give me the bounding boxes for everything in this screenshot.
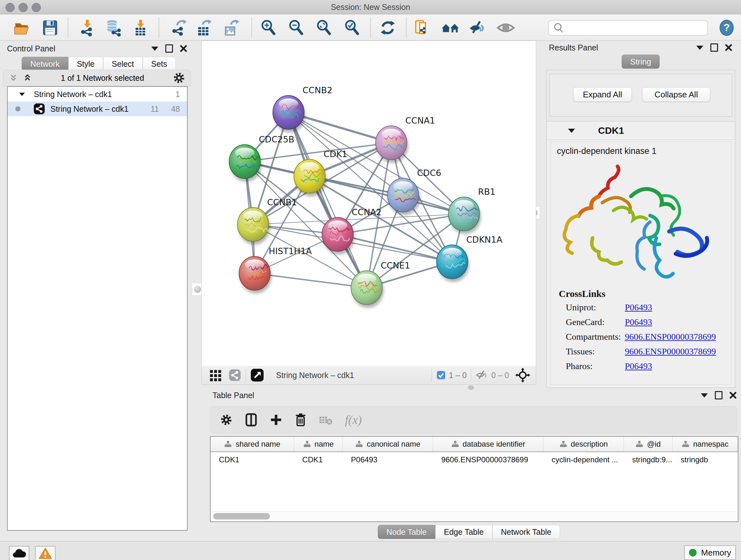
- table-row[interactable]: CDK1CDK1P064939606.ENSP00000378699cyclin…: [211, 452, 738, 468]
- network-view-icon[interactable]: [228, 369, 241, 381]
- import-network-icon: [78, 19, 96, 37]
- zoom-fit-button[interactable]: [315, 18, 333, 37]
- zoom-selected-icon: [343, 19, 361, 37]
- warning-status-button[interactable]: [35, 546, 56, 560]
- float-panel-icon[interactable]: [711, 44, 718, 52]
- zoom-selected-button[interactable]: [343, 18, 361, 37]
- export-image-button[interactable]: [222, 18, 241, 37]
- scrollbar-thumb[interactable]: [213, 513, 270, 519]
- collapse-panel-icon[interactable]: [151, 47, 158, 51]
- column-header-description[interactable]: description: [543, 437, 623, 452]
- tab-select[interactable]: Select: [103, 57, 142, 71]
- table-cell[interactable]: cyclin-dependent ...: [543, 452, 623, 468]
- gear-icon[interactable]: [220, 414, 232, 426]
- tab-string[interactable]: String: [622, 55, 660, 69]
- cloud-status-button[interactable]: [9, 546, 29, 560]
- node-CDC6[interactable]: [387, 178, 420, 215]
- close-panel-icon[interactable]: [725, 44, 732, 51]
- export-network-button[interactable]: [170, 18, 188, 37]
- memory-button[interactable]: Memory: [684, 545, 736, 560]
- column-header-canonical-name[interactable]: canonical name: [343, 437, 433, 452]
- add-column-icon[interactable]: [270, 414, 282, 426]
- open-session-button[interactable]: [13, 18, 31, 37]
- node-CCNA1[interactable]: [376, 126, 408, 163]
- crosshair-icon[interactable]: [515, 368, 530, 382]
- tab-style[interactable]: Style: [68, 57, 104, 71]
- collapse-panel-icon[interactable]: [701, 393, 708, 397]
- network-row[interactable]: String Network – cdk1 11 48: [8, 102, 187, 116]
- selected-checkbox-icon[interactable]: [436, 370, 446, 380]
- zoom-out-button[interactable]: [287, 18, 306, 37]
- delete-column-icon[interactable]: [294, 413, 307, 427]
- tab-sets[interactable]: Sets: [143, 57, 176, 71]
- tab-node-table[interactable]: Node Table: [378, 525, 435, 539]
- show-columns-icon[interactable]: [245, 413, 258, 427]
- column-header-namespac[interactable]: namespac: [672, 437, 738, 452]
- collapse-all-button[interactable]: Collapse All: [642, 87, 711, 102]
- status-bar: Memory: [0, 541, 741, 560]
- help-button[interactable]: ?: [718, 18, 736, 37]
- node-CCNE1[interactable]: [351, 271, 384, 308]
- float-panel-icon[interactable]: [165, 44, 173, 53]
- column-header-name[interactable]: name: [294, 437, 343, 452]
- gene-expander-icon[interactable]: [568, 129, 575, 133]
- network-collection-row[interactable]: String Network – cdk1 1: [8, 87, 187, 102]
- close-panel-icon[interactable]: [730, 392, 737, 399]
- network-view-canvas[interactable]: CCNB2CCNA1CDC25BCDK1CDC6RB1CCNB1CCNA2CDK…: [201, 41, 536, 366]
- table-cell[interactable]: 9606.ENSP00000378699: [433, 452, 543, 468]
- clone-network-button[interactable]: [413, 18, 431, 37]
- gear-icon[interactable]: [173, 71, 185, 84]
- column-header--id[interactable]: @id: [624, 437, 672, 452]
- birds-eye-view-icon[interactable]: [251, 368, 264, 382]
- tab-edge-table[interactable]: Edge Table: [435, 525, 492, 539]
- search-input[interactable]: [566, 21, 708, 35]
- node-HIST1H1A[interactable]: [239, 256, 272, 294]
- node-CDKN1A[interactable]: [436, 245, 469, 282]
- export-table-icon: [195, 19, 213, 37]
- node-RB1[interactable]: [448, 197, 481, 234]
- crosslink-compartments[interactable]: 9606.ENSP00000378699: [625, 332, 716, 342]
- close-panel-icon[interactable]: [180, 45, 187, 52]
- table-cell[interactable]: stringdb: [672, 452, 738, 468]
- expand-all-button[interactable]: Expand All: [573, 87, 632, 102]
- gene-result-header[interactable]: CDK1: [547, 122, 735, 140]
- table-cell[interactable]: P06493: [343, 452, 433, 468]
- grid-view-icon[interactable]: [209, 369, 222, 381]
- crosslink-tissues[interactable]: 9606.ENSP00000378699: [625, 347, 716, 357]
- home-button[interactable]: [441, 18, 460, 37]
- export-table-button[interactable]: [195, 18, 213, 37]
- save-session-button[interactable]: [41, 18, 59, 37]
- crosslink-genecard[interactable]: P06493: [625, 317, 652, 327]
- chevron-double-up-icon[interactable]: [23, 73, 32, 83]
- collection-expander-icon[interactable]: [19, 92, 25, 96]
- network-node-count: 11: [151, 105, 159, 114]
- edge-CCNB2-CCNE1[interactable]: [288, 112, 367, 288]
- collapse-panel-icon[interactable]: [696, 46, 703, 50]
- hide-graphics-button[interactable]: [468, 18, 487, 37]
- node-CDC25B[interactable]: [229, 145, 262, 182]
- column-header-shared-name[interactable]: shared name: [211, 437, 294, 452]
- node-CCNB2[interactable]: [273, 96, 306, 132]
- hierarchy-icon: [303, 441, 311, 448]
- node-CCNA2[interactable]: [322, 217, 354, 254]
- table-horizontal-scrollbar[interactable]: [210, 511, 738, 522]
- show-graphics-button[interactable]: [496, 18, 515, 37]
- import-table-from-file-button[interactable]: [131, 18, 150, 37]
- float-panel-icon[interactable]: [715, 391, 723, 399]
- column-header-database-identifier[interactable]: database identifier: [433, 437, 543, 452]
- refresh-button[interactable]: [379, 18, 397, 37]
- crosslink-uniprot[interactable]: P06493: [625, 302, 652, 313]
- import-network-from-database-button[interactable]: [104, 18, 123, 37]
- table-cell[interactable]: CDK1: [211, 452, 294, 468]
- zoom-in-button[interactable]: [259, 18, 278, 37]
- edge-CDK1-RB1[interactable]: [310, 176, 464, 214]
- crosslink-pharos[interactable]: P06493: [625, 361, 652, 371]
- table-cell[interactable]: CDK1: [294, 452, 343, 468]
- tab-network-table[interactable]: Network Table: [492, 525, 560, 539]
- import-network-from-file-button[interactable]: [78, 18, 96, 37]
- chevron-double-down-icon[interactable]: [9, 73, 18, 83]
- table-cell[interactable]: stringdb:9...: [624, 452, 672, 468]
- node-CDK1[interactable]: [294, 159, 327, 196]
- tab-network[interactable]: Network: [22, 57, 68, 71]
- network-graph[interactable]: CCNB2CCNA1CDC25BCDK1CDC6RB1CCNB1CCNA2CDK…: [202, 41, 536, 366]
